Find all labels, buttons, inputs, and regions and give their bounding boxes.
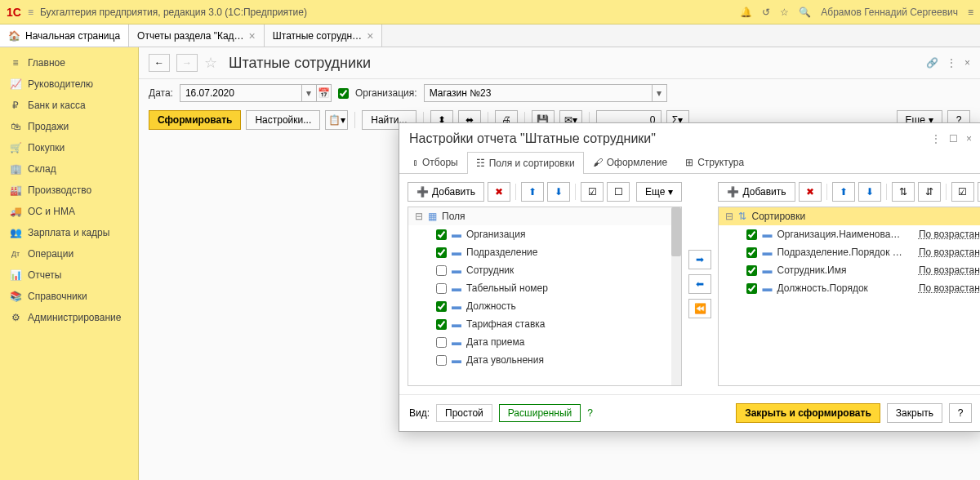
sidebar-item-purchases[interactable]: 🛒Покупки [0, 137, 138, 158]
sort-checkbox[interactable] [746, 229, 757, 240]
add-sort-button[interactable]: ➕Добавить [718, 182, 795, 202]
sort-row[interactable]: ▬Сотрудник.ИмяПо возрастанию [719, 261, 980, 279]
fields-more-button[interactable]: Еще ▾ [636, 182, 682, 202]
scrollbar[interactable] [671, 207, 681, 385]
sidebar-item-operations[interactable]: ДтОперации [0, 243, 138, 264]
field-label: Табельный номер [466, 282, 548, 294]
sort-move-up-button[interactable]: ⬆ [832, 182, 855, 202]
field-checkbox[interactable] [436, 229, 447, 240]
move-left-button[interactable]: ⬅ [688, 274, 711, 294]
field-checkbox[interactable] [436, 247, 447, 258]
field-checkbox[interactable] [436, 337, 447, 348]
sort-order[interactable]: По возрастанию [919, 264, 980, 276]
modal-close-icon[interactable]: × [966, 133, 972, 144]
field-row[interactable]: ▬Дата приема [408, 333, 681, 351]
close-icon[interactable]: × [367, 29, 373, 42]
field-checkbox[interactable] [436, 301, 447, 312]
field-row[interactable]: ▬Должность [408, 297, 681, 315]
field-checkbox[interactable] [436, 319, 447, 330]
move-down-button[interactable]: ⬇ [547, 182, 570, 202]
sort-order[interactable]: По возрастанию [919, 229, 980, 240]
modal-menu-icon[interactable]: ⋮ [931, 133, 941, 144]
tab-reports[interactable]: Отчеты раздела "Кад… × [129, 24, 265, 47]
sort-group-row[interactable]: ⊟ ⇅ Сортировки [719, 207, 980, 225]
sidebar-item-assets[interactable]: 🚚ОС и НМА [0, 201, 138, 222]
scrollbar-thumb[interactable] [671, 207, 681, 256]
collapse-icon[interactable]: ⊟ [415, 211, 423, 222]
fields-group-row[interactable]: ⊟ ▦ Поля [408, 207, 681, 225]
move-all-left-button[interactable]: ⏪ [688, 299, 711, 318]
field-row[interactable]: ▬Дата увольнения [408, 351, 681, 369]
sidebar-item-catalogs[interactable]: 📚Справочники [0, 286, 138, 307]
tab-home[interactable]: 🏠 Начальная страница [0, 24, 129, 47]
sort-tree[interactable]: ⊟ ⇅ Сортировки ▬Организация.Наименова…По… [718, 207, 980, 386]
field-icon: ▬ [452, 300, 461, 312]
ruble-icon: ₽ [10, 100, 21, 111]
tab-design[interactable]: 🖌Оформление [584, 151, 676, 173]
tab-fields[interactable]: ☷Поля и сортировки [467, 152, 584, 174]
field-checkbox[interactable] [436, 355, 447, 366]
view-extended-button[interactable]: Расширенный [499, 404, 581, 422]
field-row[interactable]: ▬Подразделение [408, 243, 681, 261]
sidebar-item-main[interactable]: ≡Главное [0, 52, 138, 73]
bell-icon[interactable]: 🔔 [740, 7, 752, 18]
sort-uncheck-all-button[interactable]: ☐ [978, 182, 980, 202]
add-field-button[interactable]: ➕Добавить [408, 182, 484, 202]
modal-maximize-icon[interactable]: ☐ [949, 133, 958, 144]
sidebar-item-reports[interactable]: 📊Отчеты [0, 264, 138, 286]
building-icon: 🏢 [10, 163, 21, 175]
tab-staff[interactable]: Штатные сотрудн… × [265, 24, 383, 47]
tab-filters[interactable]: ⫾Отборы [404, 151, 467, 173]
sort-checkbox[interactable] [746, 247, 757, 258]
sort-move-down-button[interactable]: ⬇ [858, 182, 881, 202]
sort-row[interactable]: ▬Подразделение.Порядок …По возрастанию [719, 243, 980, 261]
fields-tree[interactable]: ⊟ ▦ Поля ▬Организация▬Подразделение▬Сотр… [408, 207, 682, 386]
burger-icon[interactable]: ≡ [28, 7, 33, 18]
field-row[interactable]: ▬Табельный номер [408, 279, 681, 297]
delete-field-button[interactable]: ✖ [488, 182, 510, 202]
move-right-button[interactable]: ➡ [688, 250, 711, 269]
search-icon[interactable]: 🔍 [799, 7, 811, 18]
move-up-button[interactable]: ⬆ [521, 182, 544, 202]
history-icon[interactable]: ↺ [762, 7, 770, 18]
close-button[interactable]: Закрыть [887, 403, 942, 423]
sidebar-item-label: Банк и касса [28, 100, 86, 111]
sidebar-item-admin[interactable]: ⚙Администрирование [0, 307, 138, 328]
sort-checkbox[interactable] [746, 265, 757, 276]
sort-asc-button[interactable]: ⇅ [892, 182, 915, 202]
titlebar-menu-icon[interactable]: ≡ [968, 7, 973, 18]
view-help-icon[interactable]: ? [587, 407, 593, 419]
star-icon[interactable]: ☆ [780, 7, 789, 18]
close-and-generate-button[interactable]: Закрыть и сформировать [736, 403, 880, 423]
sort-check-all-button[interactable]: ☑ [951, 182, 974, 202]
tab-reports-label: Отчеты раздела "Кад… [137, 30, 243, 42]
collapse-icon[interactable]: ⊟ [725, 211, 733, 222]
sort-row[interactable]: ▬Должность.ПорядокПо возрастанию [719, 279, 980, 297]
field-checkbox[interactable] [436, 265, 447, 276]
sidebar-item-warehouse[interactable]: 🏢Склад [0, 158, 138, 180]
sort-row[interactable]: ▬Организация.Наименова…По возрастанию [719, 225, 980, 243]
modal-help-button[interactable]: ? [949, 403, 972, 423]
view-simple-button[interactable]: Простой [436, 404, 492, 422]
field-checkbox[interactable] [436, 283, 447, 294]
sidebar-item-hr[interactable]: 👥Зарплата и кадры [0, 222, 138, 243]
tab-structure[interactable]: ⊞Структура [676, 151, 753, 173]
field-row[interactable]: ▬Организация [408, 225, 681, 243]
check-all-button[interactable]: ☑ [581, 182, 604, 202]
user-name[interactable]: Абрамов Геннадий Сергеевич [821, 7, 958, 18]
sidebar-item-production[interactable]: 🏭Производство [0, 180, 138, 201]
sort-desc-button[interactable]: ⇵ [918, 182, 941, 202]
sidebar-item-bank[interactable]: ₽Банк и касса [0, 95, 138, 116]
field-label: Дата увольнения [466, 354, 544, 366]
field-row[interactable]: ▬Сотрудник [408, 261, 681, 279]
delete-sort-button[interactable]: ✖ [799, 182, 822, 202]
sort-order[interactable]: По возрастанию [919, 282, 980, 294]
uncheck-all-button[interactable]: ☐ [607, 182, 630, 202]
sort-checkbox[interactable] [746, 283, 757, 294]
sidebar-item-sales[interactable]: 🛍Продажи [0, 116, 138, 137]
field-icon: ▬ [452, 282, 461, 294]
sidebar-item-manager[interactable]: 📈Руководителю [0, 73, 138, 95]
sort-order[interactable]: По возрастанию [919, 247, 980, 258]
close-icon[interactable]: × [249, 29, 256, 42]
field-row[interactable]: ▬Тарифная ставка [408, 315, 681, 333]
